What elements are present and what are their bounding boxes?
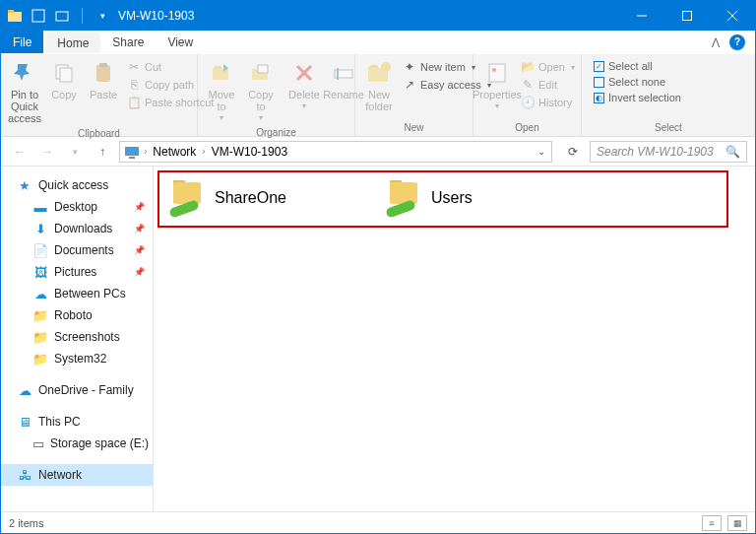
search-icon: 🔍	[725, 145, 740, 159]
delete-button[interactable]: Delete▾	[284, 57, 324, 113]
address-bar-row: ← → ▾ ↑ › Network › VM-W10-1903 ⌄ ⟳ Sear…	[1, 137, 755, 167]
explorer-app-icon	[7, 8, 23, 24]
svg-rect-21	[489, 64, 505, 82]
folder-icon: 📁	[32, 329, 48, 345]
edit-button[interactable]: ✎Edit	[517, 77, 579, 93]
paste-button[interactable]: Paste	[84, 57, 123, 102]
refresh-button[interactable]: ⟳	[562, 141, 584, 163]
chevron-right-icon[interactable]: ›	[144, 146, 147, 157]
rename-button[interactable]: Rename	[324, 57, 363, 102]
pin-icon: 📌	[134, 245, 145, 255]
properties-icon	[483, 59, 511, 87]
maximize-button[interactable]	[664, 1, 710, 31]
minimize-button[interactable]	[619, 1, 664, 31]
easy-access-icon: ↗	[403, 78, 416, 92]
copy-button[interactable]: Copy	[44, 57, 84, 102]
select-all-button[interactable]: ✓Select all	[590, 59, 685, 73]
new-folder-button[interactable]: New folder	[359, 57, 399, 114]
titlebar: ▾ VM-W10-1903	[1, 1, 755, 31]
window-title: VM-W10-1903	[110, 9, 194, 23]
breadcrumb-network[interactable]: Network	[151, 145, 198, 159]
svg-rect-18	[337, 68, 339, 80]
share-item[interactable]: Users	[380, 174, 577, 222]
pin-icon: 📌	[134, 202, 145, 212]
nav-onedrive[interactable]: ☁OneDrive - Family	[1, 379, 153, 401]
share-item-label: Users	[431, 189, 472, 207]
svg-rect-3	[56, 12, 68, 21]
tab-view[interactable]: View	[156, 31, 205, 53]
nav-pane: ★Quick access ▬Desktop📌 ⬇Downloads📌 📄Doc…	[1, 167, 154, 511]
qat-newfolder-icon[interactable]	[54, 8, 70, 24]
search-box[interactable]: Search VM-W10-1903 🔍	[590, 141, 747, 163]
svg-rect-5	[683, 12, 692, 21]
svg-rect-9	[60, 68, 72, 82]
up-button[interactable]: ↑	[92, 141, 113, 163]
qat-customize-icon[interactable]: ▾	[94, 8, 110, 24]
large-icons-view-button[interactable]: ▦	[727, 515, 747, 531]
content-pane[interactable]: ShareOne Users	[154, 167, 755, 511]
tab-file[interactable]: File	[1, 31, 43, 53]
invert-selection-icon: ◐	[594, 93, 604, 103]
share-item[interactable]: ShareOne	[163, 174, 360, 222]
nav-this-pc[interactable]: 🖥This PC	[1, 411, 153, 433]
address-dropdown-icon[interactable]: ⌄	[537, 146, 547, 157]
breadcrumb-current[interactable]: VM-W10-1903	[210, 145, 289, 159]
properties-button[interactable]: Properties▾	[477, 57, 517, 113]
cut-icon: ✂	[127, 60, 141, 74]
forward-button[interactable]: →	[36, 141, 58, 163]
paste-shortcut-icon: 📋	[127, 96, 141, 109]
nav-downloads[interactable]: ⬇Downloads📌	[1, 218, 153, 239]
documents-icon: 📄	[32, 242, 48, 258]
folder-icon: 📁	[32, 351, 48, 367]
history-button[interactable]: 🕘History	[517, 95, 579, 110]
status-bar: 2 items ≡ ▦	[1, 511, 755, 533]
copy-to-button[interactable]: Copy to▾	[241, 57, 281, 125]
svg-rect-24	[129, 157, 135, 159]
nav-storage[interactable]: ▭Storage space (E:)	[1, 433, 153, 454]
nav-system32[interactable]: 📁System32	[1, 348, 153, 369]
select-none-button[interactable]: Select none	[590, 75, 685, 89]
nav-between-pcs[interactable]: ☁Between PCs	[1, 283, 153, 304]
nav-documents[interactable]: 📄Documents📌	[1, 239, 153, 261]
details-view-button[interactable]: ≡	[702, 515, 722, 531]
nav-roboto[interactable]: 📁Roboto	[1, 304, 153, 326]
ribbon-collapse-icon[interactable]: ⋀	[712, 36, 720, 47]
move-to-button[interactable]: Move to▾	[202, 57, 241, 125]
ribbon-tabs: File Home Share View ⋀ ?	[1, 31, 755, 54]
tab-home[interactable]: Home	[45, 31, 100, 53]
pin-icon	[11, 59, 38, 87]
chevron-right-icon[interactable]: ›	[202, 146, 205, 157]
cloud-folder-icon: ☁	[32, 286, 48, 301]
search-placeholder: Search VM-W10-1903	[597, 145, 714, 159]
svg-rect-11	[99, 63, 107, 67]
svg-rect-12	[213, 69, 228, 80]
this-pc-icon: 🖥	[17, 414, 32, 430]
open-button[interactable]: 📂Open▾	[517, 59, 579, 75]
close-button[interactable]	[710, 1, 755, 31]
network-path-icon	[124, 144, 140, 160]
nav-desktop[interactable]: ▬Desktop📌	[1, 196, 153, 218]
recent-locations-button[interactable]: ▾	[64, 141, 86, 163]
tab-share[interactable]: Share	[100, 31, 156, 53]
help-icon[interactable]: ?	[729, 34, 745, 50]
paste-icon	[90, 59, 117, 87]
pin-to-quick-access-button[interactable]: Pin to Quick access	[5, 57, 44, 126]
qat-properties-icon[interactable]	[31, 8, 46, 24]
share-item-label: ShareOne	[215, 189, 286, 207]
move-to-icon	[208, 59, 235, 87]
nav-pictures[interactable]: 🖼Pictures📌	[1, 261, 153, 283]
network-share-icon	[386, 180, 421, 216]
nav-quick-access[interactable]: ★Quick access	[1, 174, 153, 196]
new-folder-icon	[365, 59, 393, 87]
back-button[interactable]: ←	[9, 141, 31, 163]
nav-screenshots[interactable]: 📁Screenshots	[1, 326, 153, 348]
svg-rect-0	[8, 12, 22, 22]
invert-selection-button[interactable]: ◐Invert selection	[590, 91, 685, 104]
nav-network[interactable]: 🖧Network	[1, 464, 153, 486]
address-bar[interactable]: › Network › VM-W10-1903 ⌄	[119, 141, 552, 163]
svg-rect-10	[96, 65, 110, 82]
copy-to-icon	[247, 59, 275, 87]
delete-icon	[290, 59, 318, 87]
svg-rect-23	[125, 147, 139, 156]
select-all-icon: ✓	[594, 61, 604, 72]
